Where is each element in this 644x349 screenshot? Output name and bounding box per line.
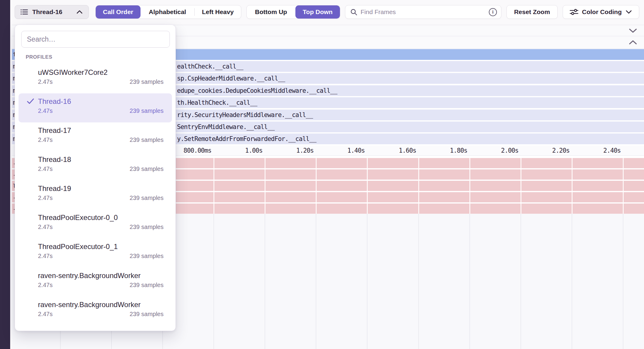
search-icon — [350, 8, 358, 16]
thread-selector-label: Thread-16 — [32, 8, 72, 16]
reset-zoom-button[interactable]: Reset Zoom — [506, 5, 558, 19]
find-frames-input[interactable] — [361, 8, 486, 16]
profile-name: raven-sentry.BackgroundWorker — [38, 271, 164, 280]
profile-option[interactable]: Thread-182.47s239 samples — [19, 151, 172, 180]
gridline — [265, 214, 265, 349]
profile-name: Thread-19 — [38, 184, 164, 193]
profile-duration: 2.47s — [38, 166, 53, 172]
axis-tick-label: 1.00s — [245, 147, 263, 154]
thread-selector-dropdown: PROFILES uWSGIWorker7Core22.47s239 sampl… — [15, 25, 176, 331]
axis-tick-label: 1.60s — [399, 147, 416, 154]
sort-option-alphabetical[interactable]: Alphabetical — [141, 5, 194, 19]
profile-name: ThreadPoolExecutor-0_1 — [38, 242, 164, 251]
frame-text: th.HealthCheck.__call__ — [177, 99, 257, 106]
profile-samples: 239 samples — [130, 282, 164, 289]
profile-option[interactable]: raven-sentry.BackgroundWorker2.47s239 sa… — [19, 297, 172, 326]
profile-option[interactable]: Thread-172.47s239 samples — [19, 122, 172, 151]
profile-option[interactable]: Thread-192.47s239 samples — [19, 180, 172, 210]
axis-tick-label: 2.20s — [552, 147, 570, 154]
chevron-down-icon — [625, 10, 632, 14]
sort-option-call-order[interactable]: Call Order — [96, 5, 141, 19]
frame-text: ealthCheck.__call__ — [177, 63, 243, 70]
profile-samples: 239 samples — [130, 166, 164, 172]
gridline — [316, 214, 316, 349]
gridline — [469, 158, 470, 214]
dropdown-search-input[interactable] — [21, 31, 170, 48]
profile-meta: 2.47s239 samples — [38, 136, 164, 143]
frame-text: SentryEnvMiddleware.__call__ — [177, 123, 274, 131]
profile-meta: 2.47s239 samples — [38, 224, 164, 230]
profile-samples: 239 samples — [130, 224, 164, 230]
profiler-screen: t mealthCheck.__call__msp.CspHeaderMiddl… — [0, 0, 644, 349]
profile-option[interactable]: ThreadPoolExecutor-0_02.47s239 samples — [19, 210, 172, 239]
profile-duration: 2.47s — [38, 253, 53, 260]
profile-name: Thread-17 — [38, 126, 164, 135]
gridline — [213, 214, 214, 349]
frame-text: rity.SecurityHeadersMiddleware.__call__ — [177, 111, 313, 119]
gridline — [469, 214, 470, 349]
profile-option[interactable]: raven-sentry.BackgroundWorker2.47s239 sa… — [19, 268, 172, 297]
axis-tick-label: 1.20s — [296, 147, 314, 154]
profile-name: ThreadPoolExecutor-0_0 — [38, 213, 164, 222]
profile-name: Thread-18 — [38, 155, 164, 164]
profile-duration: 2.47s — [38, 107, 53, 114]
profile-samples: 239 samples — [130, 253, 164, 260]
profile-meta: 2.47s239 samples — [38, 311, 164, 318]
profile-meta: 2.47s239 samples — [38, 78, 164, 85]
profile-meta: 2.47s239 samples — [38, 107, 164, 114]
gridline — [367, 214, 367, 349]
gridline — [418, 158, 419, 214]
profile-option[interactable]: ThreadPoolExecutor-0_12.47s239 samples — [19, 239, 172, 268]
gridline — [265, 158, 265, 214]
profile-meta: 2.47s239 samples — [38, 166, 164, 172]
profile-duration: 2.47s — [38, 311, 53, 318]
profile-option[interactable]: uWSGIWorker7Core22.47s239 samples — [19, 64, 172, 93]
profile-samples: 239 samples — [130, 195, 164, 201]
chevron-down-icon[interactable] — [628, 28, 637, 33]
profile-duration: 2.47s — [38, 195, 53, 201]
profile-duration: 2.47s — [38, 78, 53, 85]
thread-selector-button[interactable]: Thread-16 — [15, 5, 89, 19]
axis-tick-label: 2.00s — [501, 147, 518, 154]
axis-tick-label: 2.40s — [603, 147, 621, 154]
gridline — [572, 158, 573, 214]
toolbar: Thread-16 Call Order Alphabetical Left H… — [0, 0, 644, 25]
profile-option[interactable]: Thread-162.47s239 samples — [19, 93, 172, 122]
find-frames-searchbar[interactable]: i — [345, 5, 501, 19]
profile-name: Thread-16 — [38, 97, 164, 106]
direction-segmented-control: Bottom Up Top Down — [246, 5, 340, 19]
list-icon — [20, 8, 28, 16]
color-coding-label: Color Coding — [582, 8, 622, 16]
info-icon[interactable]: i — [489, 8, 497, 16]
sort-option-left-heavy[interactable]: Left Heavy — [195, 5, 241, 19]
sort-mode-segmented-control: Call Order Alphabetical Left Heavy — [95, 5, 241, 19]
profile-samples: 239 samples — [130, 136, 164, 143]
frame-text: y.SetRemoteAddrFromForwardedFor.__call__ — [177, 135, 316, 142]
gridline — [521, 214, 521, 349]
color-coding-button[interactable]: Color Coding — [563, 5, 639, 19]
profile-duration: 2.47s — [38, 224, 53, 230]
chevron-up-icon — [76, 10, 83, 14]
profiles-section-label: PROFILES — [26, 54, 176, 61]
gridline — [316, 158, 317, 214]
gridline — [572, 214, 572, 349]
gridline — [623, 214, 623, 349]
axis-tick-label: 800.00ms — [184, 147, 211, 154]
direction-option-top-down[interactable]: Top Down — [295, 5, 340, 19]
axis-tick-label: 1.40s — [347, 147, 365, 154]
gridline — [213, 158, 214, 214]
gridline — [623, 158, 624, 214]
profile-meta: 2.47s239 samples — [38, 253, 164, 260]
profile-samples: 239 samples — [130, 107, 164, 114]
chevron-up-icon[interactable] — [628, 40, 637, 45]
profiles-list: uWSGIWorker7Core22.47s239 samplesThread-… — [15, 64, 176, 326]
profile-meta: 2.47s239 samples — [38, 282, 164, 289]
profile-name: uWSGIWorker7Core2 — [38, 68, 164, 77]
app-sidebar-strip — [0, 0, 10, 349]
frame-text: edupe_cookies.DedupeCookiesMiddleware.__… — [177, 87, 337, 94]
gridline — [367, 158, 368, 214]
gridline — [521, 158, 521, 214]
axis-tick-label: 1.80s — [450, 147, 467, 154]
gridline — [418, 214, 419, 349]
direction-option-bottom-up[interactable]: Bottom Up — [247, 5, 295, 19]
